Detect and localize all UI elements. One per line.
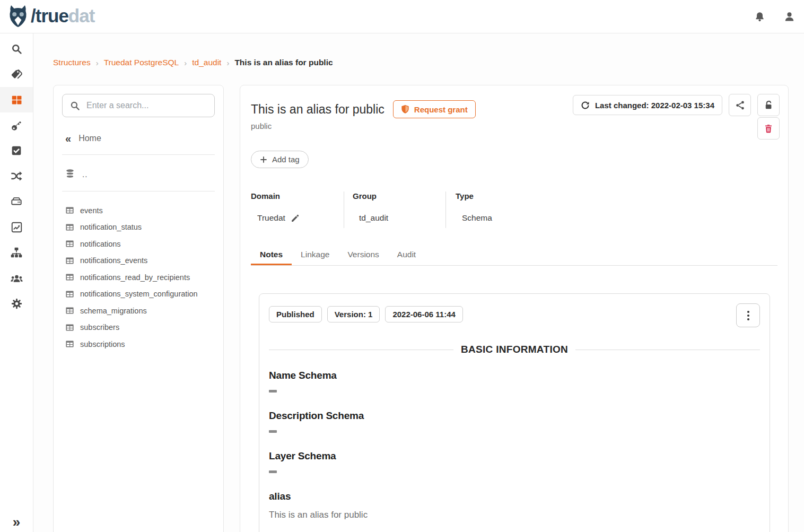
breadcrumb-structures[interactable]: Structures <box>53 58 91 67</box>
shield-icon <box>401 104 409 114</box>
nav-dashboards-button[interactable] <box>0 214 33 240</box>
table-list-item[interactable]: notifications_read_by_recipients <box>62 269 215 286</box>
field-label: alias <box>269 491 760 502</box>
users-icon <box>11 272 23 284</box>
nav-permissions-button[interactable] <box>0 112 33 138</box>
divider <box>62 191 215 191</box>
key-icon <box>11 120 22 131</box>
note-field: alias This is an alias for public <box>269 491 760 520</box>
meta-domain: Domain Truedat <box>251 191 344 228</box>
notifications-bell-button[interactable] <box>745 0 774 33</box>
tab-versions[interactable]: Versions <box>338 246 388 265</box>
note-card: Published Version: 1 2022-06-06 11:44 BA… <box>259 293 770 532</box>
explorer-home-link[interactable]: « Home <box>65 133 212 144</box>
tab-audit[interactable]: Audit <box>388 246 425 265</box>
table-icon <box>65 323 74 332</box>
table-list-item[interactable]: subscribers <box>62 319 215 336</box>
note-field: Layer Schema <box>269 450 760 473</box>
group-label: Group <box>353 191 445 200</box>
divider <box>575 350 760 350</box>
breadcrumb-current: This is an alias for public <box>234 58 333 67</box>
explorer-parent-item[interactable]: .. <box>65 169 212 179</box>
nav-taxonomy-button[interactable] <box>0 240 33 265</box>
nav-groups-button[interactable] <box>0 265 33 291</box>
table-name: events <box>80 206 103 215</box>
gear-icon <box>11 298 22 309</box>
note-field: Name Schema <box>269 370 760 393</box>
group-value: td_audit <box>359 213 388 223</box>
chart-line-icon <box>11 222 22 233</box>
table-icon <box>65 306 74 315</box>
chevron-right-icon: › <box>96 58 99 67</box>
table-name: subscribers <box>80 323 119 332</box>
share-button[interactable] <box>729 94 751 116</box>
lock-trash-stack <box>757 94 780 139</box>
divider <box>269 350 453 350</box>
table-name: notifications_read_by_recipients <box>80 273 190 282</box>
user-icon <box>784 11 795 22</box>
section-header: BASIC INFORMATION <box>269 344 760 355</box>
request-grant-button[interactable]: Request grant <box>393 100 476 118</box>
nav-settings-button[interactable] <box>0 291 33 316</box>
empty-value-dash <box>269 390 277 393</box>
user-account-button[interactable] <box>774 0 804 33</box>
breadcrumb-system[interactable]: Truedat PostgreSQL <box>104 58 179 67</box>
table-name: schema_migrations <box>80 307 147 315</box>
structure-actions: Last changed: 2022-02-03 15:34 <box>573 94 780 139</box>
note-menu-button[interactable] <box>736 303 760 327</box>
add-tag-button[interactable]: Add tag <box>251 151 309 168</box>
breadcrumb: Structures › Truedat PostgreSQL › td_aud… <box>53 58 333 67</box>
table-icon <box>65 223 74 232</box>
structure-explorer-panel: « Home .. <box>53 85 224 532</box>
table-icon <box>65 273 74 282</box>
table-list-item[interactable]: events <box>62 202 215 219</box>
date-badge: 2022-06-06 11:44 <box>385 306 462 322</box>
nav-quality-button[interactable] <box>0 138 33 163</box>
expand-rail-button[interactable]: » <box>0 515 33 529</box>
table-icon <box>65 256 74 265</box>
tab-notes[interactable]: Notes <box>251 246 292 265</box>
delete-button[interactable] <box>757 117 780 139</box>
domain-value: Truedat <box>257 213 285 223</box>
search-icon <box>70 101 80 111</box>
nav-tags-button[interactable] <box>0 62 33 87</box>
tags-icon <box>11 69 22 80</box>
field-value: This is an alias for public <box>269 510 760 520</box>
app-root: /truedat <box>0 0 804 532</box>
meta-type: Type Schema <box>446 191 777 228</box>
chevron-double-left-icon: « <box>65 133 71 144</box>
refresh-last-changed-button[interactable]: Last changed: 2022-02-03 15:34 <box>573 95 722 115</box>
nav-systems-button[interactable] <box>0 189 33 214</box>
table-list-item[interactable]: notification_status <box>62 219 215 236</box>
note-chips: Published Version: 1 2022-06-06 11:44 <box>269 306 760 322</box>
unlock-button[interactable] <box>757 94 780 116</box>
table-list-item[interactable]: subscriptions <box>62 336 215 353</box>
table-list-item[interactable]: notifications_system_configuration <box>62 286 215 303</box>
detail-tabs: Notes Linkage Versions Audit <box>251 246 777 266</box>
table-icon <box>65 290 74 299</box>
table-list-item[interactable]: schema_migrations <box>62 302 215 319</box>
plus-icon <box>260 156 267 163</box>
nav-lineage-button[interactable] <box>0 163 33 189</box>
table-list-item[interactable]: notifications <box>62 236 215 252</box>
nav-rail: » <box>0 33 33 532</box>
truedat-logo[interactable]: /truedat <box>7 4 94 28</box>
page-title: This is an alias for public <box>251 102 384 117</box>
database-icon <box>65 169 75 179</box>
nav-structures-button[interactable] <box>0 87 33 112</box>
bell-icon <box>754 11 765 22</box>
edit-domain-button[interactable] <box>291 214 300 223</box>
table-list-item[interactable]: notifications_events <box>62 252 215 269</box>
nav-search-button[interactable] <box>0 36 33 62</box>
check-square-icon <box>11 145 22 156</box>
breadcrumb-group[interactable]: td_audit <box>192 58 221 67</box>
section-title: BASIC INFORMATION <box>461 344 568 355</box>
chevron-double-right-icon: » <box>13 514 20 530</box>
last-changed-label: Last changed: 2022-02-03 15:34 <box>595 101 714 110</box>
shuffle-icon <box>11 170 22 182</box>
explorer-search-input[interactable] <box>86 101 207 110</box>
tab-linkage[interactable]: Linkage <box>292 246 338 265</box>
top-header: /truedat <box>0 0 804 33</box>
field-label: Name Schema <box>269 370 760 381</box>
table-icon <box>65 339 74 348</box>
